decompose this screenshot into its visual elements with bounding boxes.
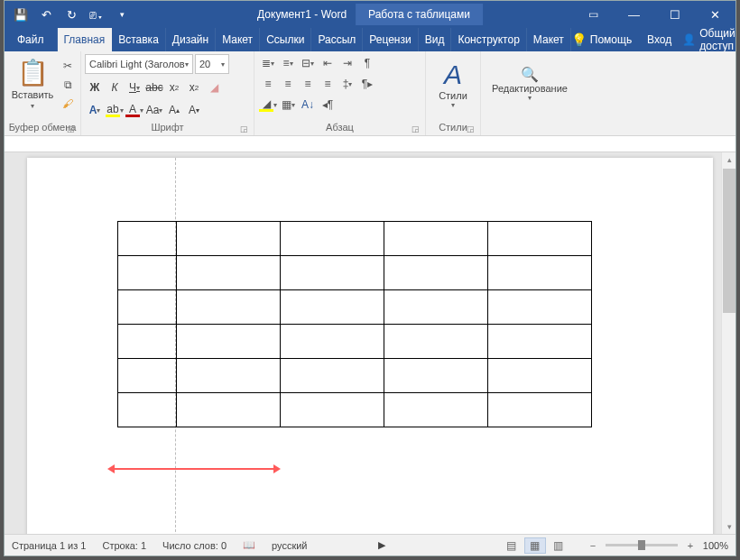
tab-file[interactable]: Файл bbox=[5, 28, 58, 51]
scroll-up-icon[interactable]: ▴ bbox=[722, 152, 735, 167]
page-indicator[interactable]: Страница 1 из 1 bbox=[12, 540, 86, 551]
show-marks-button[interactable]: ¶ bbox=[357, 54, 377, 72]
chevron-down-icon: ▾ bbox=[221, 60, 225, 69]
bucket-icon: ◢ bbox=[263, 98, 271, 109]
change-case-button[interactable]: Aa▾ bbox=[144, 101, 164, 119]
clipboard-launcher-icon[interactable]: ◲ bbox=[67, 124, 75, 133]
table-row[interactable] bbox=[118, 290, 592, 325]
zoom-slider[interactable] bbox=[606, 544, 678, 546]
highlight-button[interactable]: ab▾ bbox=[105, 101, 125, 119]
share-button[interactable]: 👤 Общий доступ bbox=[675, 27, 740, 52]
app-window: 💾 ↶ ↻ ⎚▾ ▾ Документ1 - Word Работа с таб… bbox=[4, 0, 736, 556]
tab-layout[interactable]: Макет bbox=[216, 28, 260, 51]
line-spacing-button[interactable]: ‡▾ bbox=[338, 75, 357, 93]
strikethrough-button[interactable]: abc bbox=[144, 78, 164, 96]
cut-button[interactable]: ✂ bbox=[59, 58, 77, 74]
zoom-out-button[interactable]: − bbox=[586, 540, 600, 551]
zoom-in-button[interactable]: + bbox=[683, 540, 698, 551]
clear-formatting-button[interactable]: ◢ bbox=[204, 78, 224, 96]
spellcheck-icon[interactable]: 📖 bbox=[243, 539, 255, 551]
table-row[interactable] bbox=[118, 222, 592, 256]
line-indicator[interactable]: Строка: 1 bbox=[102, 540, 146, 551]
tab-design[interactable]: Дизайн bbox=[166, 28, 216, 51]
tab-constructor[interactable]: Конструктор bbox=[451, 28, 526, 51]
zoom-thumb[interactable] bbox=[638, 540, 645, 550]
word-count[interactable]: Число слов: 0 bbox=[162, 540, 227, 551]
borders-button[interactable]: ▦▾ bbox=[278, 96, 298, 114]
web-layout-button[interactable]: ▥ bbox=[548, 537, 569, 554]
read-mode-button[interactable]: ▤ bbox=[501, 537, 523, 554]
increase-indent-button[interactable]: ⇥ bbox=[338, 54, 357, 72]
tab-review[interactable]: Рецензи bbox=[363, 28, 418, 51]
page[interactable] bbox=[27, 158, 713, 534]
redo-icon[interactable]: ↻ bbox=[60, 4, 82, 25]
font-size-selector[interactable]: 20▾ bbox=[195, 54, 229, 74]
styles-launcher-icon[interactable]: ◲ bbox=[467, 124, 475, 133]
underline-button[interactable]: Ч ▾ bbox=[125, 78, 144, 96]
zoom-control: − + 100% bbox=[586, 540, 728, 551]
decrease-indent-button[interactable]: ⇤ bbox=[318, 54, 338, 72]
horizontal-ruler[interactable] bbox=[5, 136, 735, 152]
format-painter-button[interactable]: 🖌 bbox=[59, 96, 77, 112]
save-icon[interactable]: 💾 bbox=[10, 4, 32, 25]
table-row[interactable] bbox=[118, 325, 592, 359]
zoom-value[interactable]: 100% bbox=[703, 540, 728, 551]
italic-button[interactable]: К bbox=[105, 78, 125, 96]
table-row[interactable] bbox=[118, 256, 592, 290]
rtl-button[interactable]: ◂¶ bbox=[318, 96, 338, 114]
align-left-button[interactable]: ≡ bbox=[258, 75, 278, 93]
paragraph-launcher-icon[interactable]: ◲ bbox=[412, 124, 420, 133]
grow-font-button[interactable]: A▴ bbox=[164, 101, 184, 119]
align-center-button[interactable]: ≡ bbox=[278, 75, 298, 93]
paste-button[interactable]: 📋 Вставить ▾ bbox=[8, 54, 57, 114]
vertical-scrollbar[interactable]: ▴ ▾ bbox=[721, 152, 735, 534]
bullets-button[interactable]: ≣▾ bbox=[258, 54, 278, 72]
superscript-button[interactable]: x2 bbox=[184, 78, 204, 96]
tab-insert[interactable]: Вставка bbox=[112, 28, 166, 51]
maximize-button[interactable]: ☐ bbox=[654, 1, 695, 28]
tell-me-input[interactable]: Помощь bbox=[590, 33, 632, 46]
undo-icon[interactable]: ↶ bbox=[35, 4, 57, 25]
tab-table-layout[interactable]: Макет bbox=[527, 28, 571, 51]
ltr-button[interactable]: ¶▸ bbox=[357, 75, 377, 93]
tab-references[interactable]: Ссылки bbox=[260, 28, 311, 51]
brush-icon: 🖌 bbox=[62, 97, 73, 110]
tab-home[interactable]: Главная bbox=[58, 28, 113, 51]
document-title: Документ1 - Word bbox=[257, 8, 347, 21]
shrink-font-button[interactable]: A▾ bbox=[184, 101, 204, 119]
signin-link[interactable]: Вход bbox=[647, 33, 671, 46]
print-layout-button[interactable]: ▦ bbox=[524, 537, 546, 554]
document-area[interactable]: ▴ ▾ bbox=[5, 152, 735, 534]
align-right-button[interactable]: ≡ bbox=[298, 75, 318, 93]
copy-button[interactable]: ⧉ bbox=[59, 77, 77, 93]
touch-mode-icon[interactable]: ⎚▾ bbox=[86, 4, 107, 25]
close-button[interactable]: ✕ bbox=[695, 1, 735, 28]
scrollbar-thumb[interactable] bbox=[723, 169, 735, 313]
editing-button[interactable]: 🔍 Редактирование ▾ bbox=[485, 54, 575, 114]
sort-button[interactable]: A↓ bbox=[298, 96, 318, 114]
font-launcher-icon[interactable]: ◲ bbox=[240, 124, 248, 133]
bold-button[interactable]: Ж bbox=[85, 78, 105, 96]
document-table[interactable] bbox=[117, 221, 592, 427]
macro-icon[interactable]: ▶ bbox=[378, 539, 385, 551]
styles-button[interactable]: A Стили ▾ bbox=[430, 54, 476, 114]
tab-view[interactable]: Вид bbox=[419, 28, 452, 51]
table-row[interactable] bbox=[118, 359, 592, 393]
justify-button[interactable]: ≡ bbox=[318, 75, 338, 93]
language-indicator[interactable]: русский bbox=[272, 540, 307, 551]
ribbon-display-options-icon[interactable]: ▭ bbox=[573, 1, 614, 28]
table-row[interactable] bbox=[118, 393, 592, 427]
numbering-button[interactable]: ≡▾ bbox=[278, 54, 298, 72]
qat-more-icon[interactable]: ▾ bbox=[111, 4, 133, 25]
multilevel-list-button[interactable]: ⊟▾ bbox=[298, 54, 318, 72]
subscript-button[interactable]: x2 bbox=[164, 78, 184, 96]
minimize-button[interactable]: — bbox=[614, 1, 654, 28]
font-color-button[interactable]: A▾ bbox=[125, 101, 144, 119]
text-effects-button[interactable]: A▾ bbox=[85, 101, 105, 119]
font-name-selector[interactable]: Calibri Light (Заголов▾ bbox=[85, 54, 193, 74]
font-size-value: 20 bbox=[199, 59, 210, 69]
scroll-down-icon[interactable]: ▾ bbox=[722, 519, 735, 534]
tab-mailings[interactable]: Рассыл bbox=[311, 28, 363, 51]
chevron-down-icon: ▾ bbox=[31, 102, 34, 110]
shading-button[interactable]: ◢▾ bbox=[258, 96, 278, 114]
